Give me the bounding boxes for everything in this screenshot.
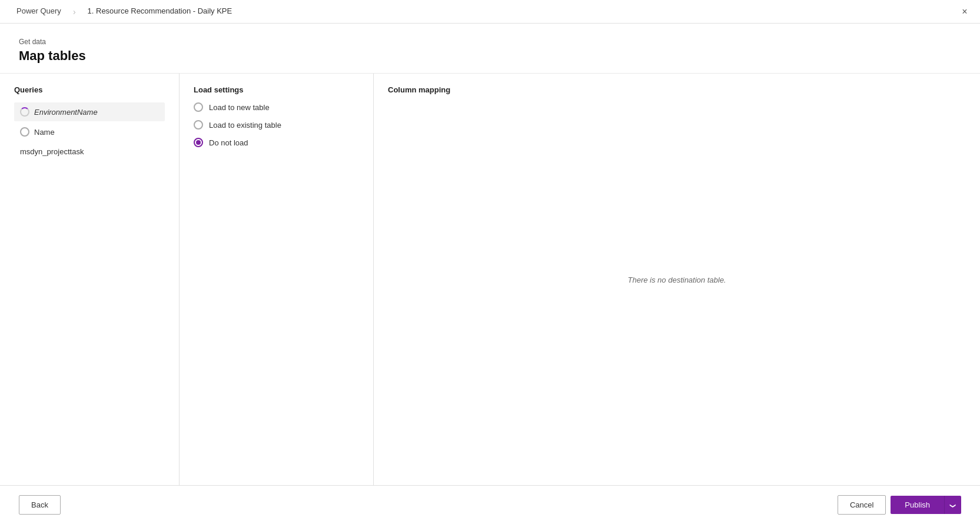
radio-label-existing: Load to existing table (209, 121, 281, 130)
radio-option-do-not-load[interactable]: Do not load (194, 138, 359, 147)
tab-power-query[interactable]: Power Query (7, 0, 71, 24)
tab-resource-recommendation[interactable]: 1. Resource Recommendation - Daily KPE (78, 0, 242, 24)
publish-button[interactable]: Publish (891, 496, 945, 514)
dialog-title: Map tables (19, 48, 961, 64)
dialog-header: Get data Map tables (0, 24, 980, 73)
radio-group: Load to new table Load to existing table… (194, 102, 359, 147)
radio-circle-existing (194, 120, 203, 130)
publish-dropdown-button[interactable]: ❯ (945, 496, 961, 514)
query-item-projecttask[interactable]: msdyn_projecttask (14, 142, 165, 161)
radio-option-new-table[interactable]: Load to new table (194, 102, 359, 112)
close-button[interactable]: × (956, 4, 973, 20)
footer-right: Cancel Publish ❯ (838, 495, 961, 515)
dialog-footer: Back Cancel Publish ❯ (0, 485, 980, 524)
column-mapping-label: Column mapping (388, 85, 966, 94)
load-settings-label: Load settings (194, 85, 359, 94)
column-mapping-panel: Column mapping There is no destination t… (374, 74, 980, 485)
radio-label-donotload: Do not load (209, 138, 248, 147)
title-bar: Power Query › 1. Resource Recommendation… (0, 0, 980, 24)
back-button[interactable]: Back (19, 495, 61, 515)
query-item-label: msdyn_projecttask (20, 147, 84, 156)
spinner-icon (20, 107, 29, 117)
dialog-subtitle: Get data (19, 38, 961, 46)
dialog: Get data Map tables Queries EnvironmentN… (0, 24, 980, 524)
title-tabs: Power Query › 1. Resource Recommendation… (7, 0, 956, 24)
radio-circle-donotload (194, 138, 203, 147)
queries-label: Queries (14, 85, 165, 94)
radio-label-new: Load to new table (209, 103, 270, 112)
no-destination-message: There is no destination table. (628, 275, 726, 284)
queries-panel: Queries EnvironmentName Name msdyn_proje… (0, 74, 180, 485)
chevron-down-icon: ❯ (950, 503, 956, 508)
dialog-body: Queries EnvironmentName Name msdyn_proje… (0, 73, 980, 485)
radio-option-existing-table[interactable]: Load to existing table (194, 120, 359, 130)
radio-empty-icon (20, 127, 29, 137)
query-item-environmentname[interactable]: EnvironmentName (14, 102, 165, 121)
query-item-label: EnvironmentName (34, 108, 98, 117)
radio-circle-new (194, 102, 203, 112)
tab-separator: › (73, 7, 76, 16)
query-item-label: Name (34, 128, 55, 137)
publish-group: Publish ❯ (891, 496, 961, 514)
query-item-name[interactable]: Name (14, 122, 165, 141)
cancel-button[interactable]: Cancel (838, 495, 886, 515)
load-settings-panel: Load settings Load to new table Load to … (180, 74, 374, 485)
